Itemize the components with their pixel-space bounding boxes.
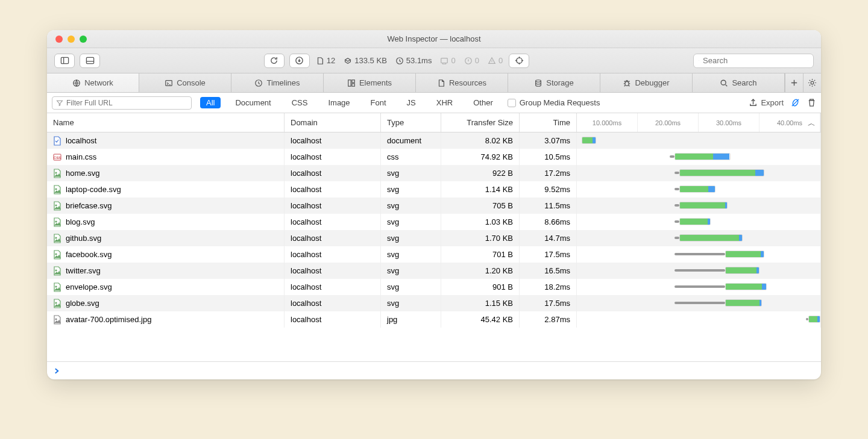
- waterfall-tick: 10.000ms: [577, 113, 638, 132]
- filter-pill-font[interactable]: Font: [365, 97, 392, 108]
- row-size: 1.15 KB: [441, 295, 520, 311]
- svg-text:CSS: CSS: [54, 156, 61, 160]
- waterfall-tick: 30.00ms: [699, 113, 760, 132]
- row-time: 3.07ms: [520, 132, 577, 149]
- table-row[interactable]: localhost localhost document 8.02 KB 3.0…: [47, 132, 821, 149]
- file-icon: [53, 266, 61, 276]
- row-domain: localhost: [285, 132, 381, 149]
- row-size: 74.92 KB: [441, 149, 520, 165]
- svg-point-33: [55, 319, 57, 320]
- svg-rect-11: [166, 80, 172, 86]
- col-domain[interactable]: Domain: [285, 113, 381, 132]
- svg-point-32: [55, 302, 57, 304]
- file-icon: [53, 250, 61, 260]
- row-type: svg: [381, 181, 441, 198]
- tab-search[interactable]: Search: [693, 73, 785, 92]
- group-media-checkbox[interactable]: Group Media Requests: [508, 98, 600, 107]
- col-time[interactable]: Time: [520, 113, 577, 132]
- tab-resources[interactable]: Resources: [416, 73, 508, 92]
- row-domain: localhost: [285, 198, 381, 214]
- col-waterfall[interactable]: 10.000ms20.00ms30.00ms40.00ms ︿: [577, 113, 821, 132]
- row-time: 11.5ms: [520, 198, 577, 214]
- settings-button[interactable]: [803, 73, 821, 92]
- row-time: 9.52ms: [520, 181, 577, 198]
- tab-timelines[interactable]: Timelines: [231, 73, 324, 92]
- row-time: 18.2ms: [520, 279, 577, 295]
- table-row[interactable]: blog.svg localhost svg 1.03 KB 8.66ms: [47, 214, 821, 230]
- row-time: 8.66ms: [520, 214, 577, 230]
- row-domain: localhost: [285, 295, 381, 311]
- row-name: laptop-code.svg: [66, 185, 121, 194]
- table-row[interactable]: github.svg localhost svg 1.70 KB 14.7ms: [47, 230, 821, 246]
- export-button[interactable]: Export: [749, 98, 784, 107]
- tab-label: Elements: [359, 78, 392, 87]
- table-row[interactable]: twitter.svg localhost svg 1.20 KB 16.5ms: [47, 263, 821, 279]
- filter-url-input-wrap[interactable]: [52, 96, 192, 110]
- maximize-button[interactable]: [80, 36, 87, 43]
- table-row[interactable]: facebook.svg localhost svg 701 B 17.5ms: [47, 246, 821, 263]
- row-name: avatar-700.optimised.jpg: [66, 315, 151, 324]
- svg-point-16: [536, 79, 541, 82]
- new-tab-button[interactable]: [785, 73, 803, 92]
- table-row[interactable]: CSSmain.css localhost css 74.92 KB 10.5m…: [47, 149, 821, 165]
- filter-url-input[interactable]: [66, 99, 187, 107]
- row-domain: localhost: [285, 311, 381, 328]
- filter-pill-document[interactable]: Document: [229, 97, 277, 108]
- row-name: globe.svg: [66, 299, 99, 308]
- download-button[interactable]: [289, 54, 310, 68]
- row-type: svg: [381, 198, 441, 214]
- toggle-left-sidebar-button[interactable]: [54, 54, 75, 68]
- toolbar: 12 133.5 KB 53.1ms 0 0 0: [47, 48, 821, 73]
- export-icon: [749, 98, 758, 107]
- tab-elements[interactable]: Elements: [324, 73, 416, 92]
- network-grid: Name Domain Type Transfer Size Time 10.0…: [47, 113, 821, 361]
- row-type: css: [381, 149, 441, 165]
- filter-pill-all[interactable]: All: [200, 97, 221, 108]
- row-waterfall: [577, 311, 821, 328]
- file-icon: [53, 299, 61, 308]
- filter-pill-xhr[interactable]: XHR: [430, 97, 459, 108]
- col-type[interactable]: Type: [381, 113, 441, 132]
- filter-pill-css[interactable]: CSS: [286, 97, 314, 108]
- row-time: 10.5ms: [520, 149, 577, 165]
- row-name: localhost: [66, 136, 96, 145]
- console-prompt[interactable]: [47, 361, 821, 379]
- reload-button[interactable]: [264, 54, 285, 68]
- filter-pill-image[interactable]: Image: [322, 97, 356, 108]
- row-waterfall: [577, 230, 821, 246]
- table-row[interactable]: envelope.svg localhost svg 901 B 18.2ms: [47, 279, 821, 295]
- filter-pill-other[interactable]: Other: [467, 97, 499, 108]
- tab-network[interactable]: Network: [47, 73, 139, 92]
- clear-button[interactable]: [807, 98, 816, 107]
- minimize-button[interactable]: [68, 36, 75, 43]
- tab-console[interactable]: Console: [139, 73, 231, 92]
- table-row[interactable]: globe.svg localhost svg 1.15 KB 17.5ms: [47, 295, 821, 311]
- table-row[interactable]: home.svg localhost svg 922 B 17.2ms: [47, 165, 821, 181]
- table-row[interactable]: avatar-700.optimised.jpg localhost jpg 4…: [47, 311, 821, 328]
- table-row[interactable]: laptop-code.svg localhost svg 1.14 KB 9.…: [47, 181, 821, 198]
- col-size[interactable]: Transfer Size: [441, 113, 520, 132]
- toolbar-search-input[interactable]: [703, 56, 804, 65]
- disable-cache-button[interactable]: [791, 98, 800, 107]
- filter-pill-js[interactable]: JS: [401, 97, 422, 108]
- tab-storage[interactable]: Storage: [508, 73, 600, 92]
- close-button[interactable]: [55, 36, 63, 43]
- file-icon: [53, 169, 61, 178]
- row-type: document: [381, 132, 441, 149]
- table-row[interactable]: briefcase.svg localhost svg 705 B 11.5ms: [47, 198, 821, 214]
- row-size: 1.70 KB: [441, 230, 520, 246]
- col-name[interactable]: Name: [47, 113, 285, 132]
- row-domain: localhost: [285, 230, 381, 246]
- file-icon: [53, 282, 61, 292]
- row-waterfall: [577, 279, 821, 295]
- element-picker-button[interactable]: [509, 54, 529, 68]
- row-waterfall: [577, 149, 821, 165]
- toggle-bottom-panel-button[interactable]: [80, 54, 100, 68]
- tab-debugger[interactable]: Debugger: [600, 73, 693, 92]
- search-icon: [699, 57, 699, 64]
- row-waterfall: [577, 214, 821, 230]
- svg-point-9: [699, 60, 699, 61]
- toolbar-search[interactable]: [693, 54, 814, 68]
- file-icon: [53, 136, 61, 146]
- svg-point-27: [55, 221, 57, 222]
